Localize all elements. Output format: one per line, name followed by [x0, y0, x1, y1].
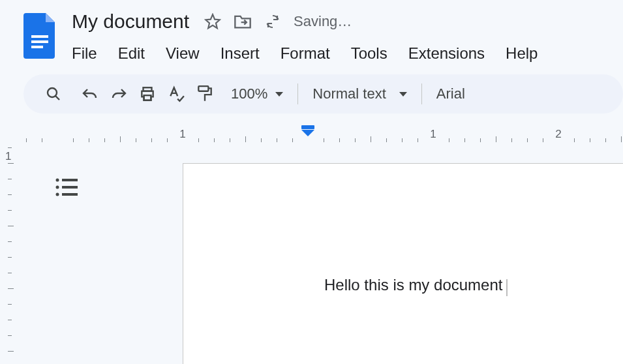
menu-edit[interactable]: Edit: [108, 40, 155, 67]
title-area: My document Saving… File Edit View Inser…: [69, 9, 548, 67]
zoom-dropdown[interactable]: 100%: [226, 85, 288, 102]
print-icon[interactable]: [133, 80, 162, 108]
redo-icon[interactable]: [104, 80, 133, 108]
document-title-input[interactable]: My document: [69, 9, 192, 34]
ruler-area: // placeholder; ticks generated below vi…: [0, 125, 623, 364]
svg-rect-7: [198, 86, 208, 91]
toolbar: 100% Normal text Arial: [23, 74, 623, 114]
document-outline-icon[interactable]: [55, 177, 78, 197]
vertical-ruler[interactable]: 1: [0, 145, 26, 364]
save-status-text: Saving…: [294, 13, 352, 30]
star-icon[interactable]: [204, 12, 222, 31]
menu-insert[interactable]: Insert: [210, 40, 270, 67]
horizontal-ruler[interactable]: // placeholder; ticks generated below vi…: [26, 125, 623, 142]
svg-point-8: [56, 179, 59, 182]
menu-view[interactable]: View: [155, 40, 210, 67]
chevron-down-icon: [399, 92, 407, 97]
title-row: My document Saving…: [69, 9, 548, 34]
svg-rect-11: [62, 186, 78, 189]
header: My document Saving… File Edit View Inser…: [0, 0, 623, 67]
page-outer: Hello this is my document: [26, 145, 623, 364]
svg-line-4: [55, 96, 59, 100]
font-family-label: Arial: [436, 85, 465, 102]
svg-point-12: [56, 193, 59, 196]
paragraph-style-dropdown[interactable]: Normal text: [307, 85, 412, 102]
svg-rect-9: [62, 179, 78, 181]
svg-rect-2: [31, 46, 43, 48]
zoom-label: 100%: [231, 85, 267, 102]
undo-icon[interactable]: [76, 80, 104, 108]
spellcheck-icon[interactable]: [162, 80, 190, 108]
document-page[interactable]: Hello this is my document: [183, 163, 623, 364]
svg-rect-1: [31, 40, 48, 43]
svg-rect-13: [62, 193, 78, 196]
paint-format-icon[interactable]: [190, 80, 219, 108]
indent-marker[interactable]: [301, 125, 314, 136]
sync-icon[interactable]: [264, 12, 282, 31]
toolbar-wrap: 100% Normal text Arial: [0, 67, 623, 114]
svg-point-3: [48, 88, 57, 97]
text-cursor: [506, 279, 508, 296]
svg-rect-6: [144, 95, 151, 100]
search-icon[interactable]: [39, 80, 68, 108]
canvas-area: 1 Hello this is my document: [0, 145, 623, 364]
menu-tools[interactable]: Tools: [341, 40, 398, 67]
menu-extensions[interactable]: Extensions: [398, 40, 495, 67]
menu-format[interactable]: Format: [270, 40, 341, 67]
move-folder-icon[interactable]: [234, 12, 252, 31]
svg-point-10: [56, 186, 59, 189]
svg-rect-0: [31, 35, 48, 38]
menu-help[interactable]: Help: [495, 40, 548, 67]
menu-file[interactable]: File: [69, 40, 108, 67]
document-body-text[interactable]: Hello this is my document: [324, 276, 502, 294]
menubar: File Edit View Insert Format Tools Exten…: [69, 40, 548, 67]
toolbar-separator: [421, 83, 422, 104]
font-family-dropdown[interactable]: Arial: [431, 85, 470, 102]
chevron-down-icon: [275, 92, 283, 97]
docs-logo[interactable]: [23, 13, 57, 59]
paragraph-style-label: Normal text: [312, 85, 386, 102]
toolbar-separator: [297, 83, 298, 104]
